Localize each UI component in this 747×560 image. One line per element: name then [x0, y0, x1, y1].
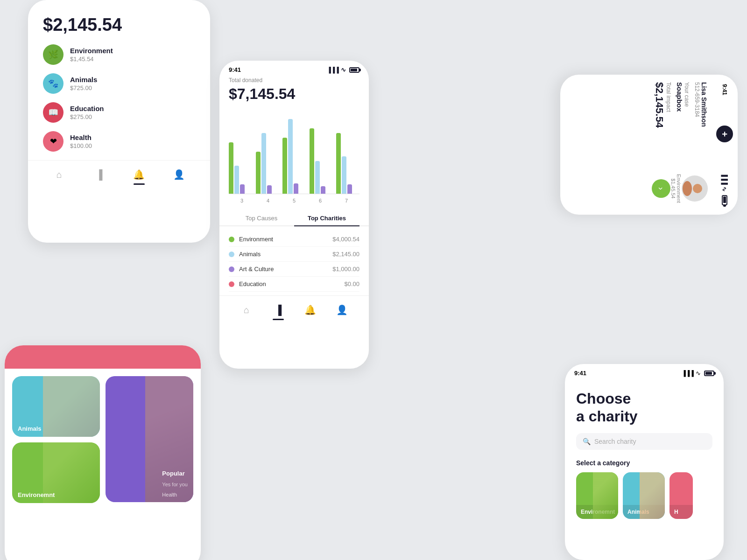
nav-chart-icon[interactable]: ▐ — [272, 303, 285, 316]
go-button[interactable]: › — [652, 179, 670, 198]
tab-top-charities[interactable]: Top Charities — [294, 211, 359, 226]
case-label: Your case — [684, 82, 690, 164]
donation-breakdown-card: $2,145.54 🌿 Environment $1,45.54 🐾 Anima… — [28, 0, 210, 243]
bar-group — [336, 133, 359, 194]
battery-icon — [349, 67, 359, 73]
bar-group — [282, 119, 306, 194]
status-bar: 9:41 ▐▐▐ ∿ — [219, 61, 369, 77]
pink-top-bar — [5, 345, 201, 369]
signal-icon: ▐▐▐ — [721, 173, 728, 185]
animals-tile[interactable]: Animals — [12, 376, 100, 437]
bar-purple — [240, 184, 245, 194]
category-amount: $100.00 — [70, 142, 92, 149]
nav-chart-icon[interactable]: ▐ — [92, 168, 106, 181]
category-list: 🌿 Environment $1,45.54 🐾 Animals $725.00… — [28, 44, 210, 152]
active-indicator — [273, 319, 284, 320]
wifi-icon: ∿ — [341, 66, 346, 73]
bar-blue — [342, 156, 346, 194]
svg-point-1 — [683, 181, 692, 196]
health-chip[interactable]: H — [669, 472, 693, 519]
cat-column-right: Popular Yes for you Health — [106, 376, 193, 503]
edu-dot — [229, 281, 234, 287]
nav-bell-icon[interactable]: 🔔 — [303, 303, 317, 316]
animals-chip[interactable]: Animals — [623, 472, 665, 519]
charity-name: Animals — [239, 251, 332, 258]
bar-green — [256, 152, 261, 194]
chart-area: Total donated $7,145.54 — [219, 77, 369, 203]
list-item: 📖 Education $275.00 — [43, 102, 195, 123]
bar-blue — [288, 119, 293, 194]
category-amount: $1,45.54 — [70, 56, 113, 63]
env-tile[interactable]: Environemnt — [12, 442, 100, 503]
plus-button[interactable]: + — [716, 126, 733, 142]
bar-labels: 3 4 5 6 7 — [229, 198, 359, 203]
categories-grid: Animals Environemnt Popular Yes for you … — [5, 369, 201, 511]
bar-purple — [321, 186, 325, 194]
person-name: Lisa Smithson 512-659-3184 — [694, 82, 708, 164]
status-icons: ▐▐▐ ∿ — [721, 173, 728, 205]
category-name: Environment — [70, 47, 113, 55]
nav-home-icon[interactable]: ⌂ — [53, 168, 66, 181]
bottom-nav: ⌂ ▐ 🔔 👤 — [28, 160, 210, 185]
cat-amount: $1,45.54 — [670, 174, 676, 203]
nav-person-icon[interactable]: 👤 — [335, 303, 348, 316]
bar-group — [256, 133, 279, 194]
bar-purple — [267, 185, 272, 194]
list-item: Art & Culture $1,000.00 — [229, 262, 359, 277]
tile-category: Health — [156, 492, 193, 502]
animals-icon: 🐾 — [43, 73, 63, 94]
battery-icon — [704, 371, 714, 376]
nav-person-icon[interactable]: 👤 — [172, 168, 185, 181]
search-bar[interactable]: 🔍 Search charity — [576, 433, 712, 450]
cat-column-left: Animals Environemnt — [12, 376, 100, 503]
list-item: Animals $2,145.00 — [229, 247, 359, 262]
category-amount: $275.00 — [70, 113, 104, 120]
bar-group — [310, 128, 333, 194]
bar-green — [229, 142, 233, 194]
signal-icon: ▐▐▐ — [682, 370, 694, 377]
status-time: 9:41 — [721, 84, 728, 95]
status-time: 9:41 — [229, 66, 241, 73]
tile-label: Environemnt — [12, 487, 60, 503]
tile-label: Animals — [12, 420, 47, 437]
popular-tile[interactable]: Popular Yes for you Health — [106, 376, 193, 502]
env-chip[interactable]: Environemnt — [576, 472, 618, 519]
name-text: Lisa Smithson — [700, 82, 708, 164]
total-amount: $2,145.54 — [28, 0, 210, 44]
status-time: 9:41 — [574, 370, 586, 377]
list-item: ❤ Health $100.00 — [43, 131, 195, 152]
notification-card: 9:41 + ▐▐▐ ∿ Lisa Smithson 512-659-3184 … — [560, 75, 738, 215]
chip-label: H — [674, 509, 688, 515]
nav-bell-icon[interactable]: 🔔 — [133, 168, 146, 181]
status-icons: ▐▐▐ ∿ — [327, 66, 359, 73]
bar-purple — [294, 183, 298, 194]
notif-info: Lisa Smithson 512-659-3184 Your case Soa… — [652, 82, 708, 164]
charity-amount: $1,000.00 — [332, 266, 359, 273]
tab-top-causes[interactable]: Top Causes — [229, 211, 294, 225]
avatar — [682, 175, 708, 202]
animals-dot — [229, 252, 234, 257]
tile-label: Popular — [156, 465, 193, 482]
category-chips: Environemnt Animals H — [565, 472, 724, 519]
nav-home-icon[interactable]: ⌂ — [240, 303, 253, 316]
total-donated-label: Total donated — [229, 77, 359, 84]
notif-right: Environment $1,45.54 › — [652, 170, 708, 207]
category-name: Animals — [70, 76, 97, 84]
category-text: Environment — [676, 174, 682, 203]
charity-amount: $2,145.00 — [332, 251, 359, 258]
list-item: 🌿 Environment $1,45.54 — [43, 44, 195, 65]
total-donated-amount: $7,145.54 — [229, 85, 359, 103]
search-input[interactable]: Search charity — [594, 438, 706, 445]
education-icon: 📖 — [43, 102, 63, 123]
bottom-nav: ⌂ ▐ 🔔 👤 — [219, 295, 369, 320]
tile-sublabel: Yes for you — [156, 482, 193, 492]
list-item: 🐾 Animals $725.00 — [43, 73, 195, 94]
environment-icon: 🌿 — [43, 44, 63, 65]
category-amount: $725.00 — [70, 84, 97, 91]
category-name: Health — [70, 133, 92, 141]
active-indicator — [134, 183, 145, 185]
bar-blue — [234, 166, 239, 194]
case-info: Your case Soapbox — [676, 82, 690, 164]
charity-name: Education — [239, 280, 344, 287]
select-category-label: Select a category — [565, 459, 724, 472]
